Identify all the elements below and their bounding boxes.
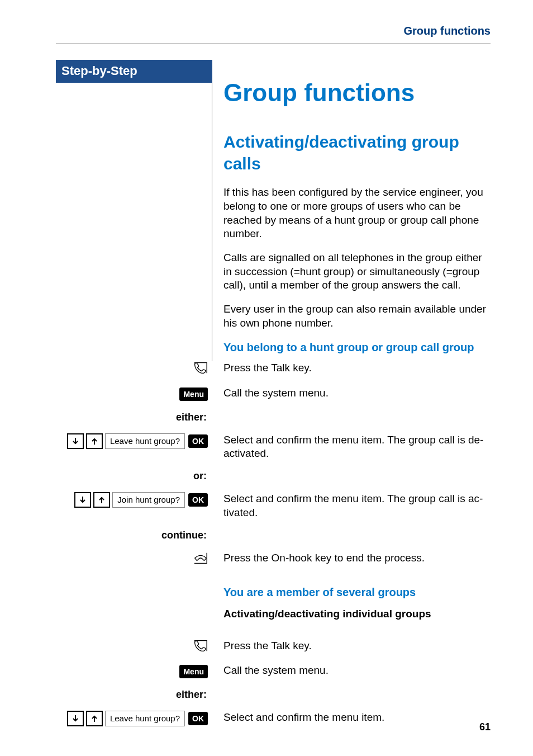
intro-paragraph-1: If this has been configured by the servi… <box>223 186 491 241</box>
scroll-down-icon <box>67 711 84 726</box>
branch-either-label: either: <box>176 411 208 424</box>
step-text: Press the On-hook key to end the process… <box>212 551 491 565</box>
step-text: Select and confirm the menu item. The gr… <box>212 433 491 461</box>
display-option-leave: Leave hunt group? <box>105 711 185 726</box>
step-text: Press the Talk key. <box>212 639 491 653</box>
scroll-down-icon <box>67 433 84 449</box>
subsection-title-1: You belong to a hunt group or group call… <box>223 340 491 355</box>
chapter-title: Group functions <box>223 77 491 108</box>
running-header: Group functions <box>56 23 491 38</box>
talk-key-icon <box>193 361 208 378</box>
subsection-title-2: You are a member of several groups <box>223 585 491 599</box>
step-text: Press the Talk key. <box>212 361 491 375</box>
scroll-up-icon <box>86 433 103 449</box>
menu-key: Menu <box>179 388 208 401</box>
menu-key: Menu <box>179 665 208 678</box>
header-rule <box>56 44 491 44</box>
branch-continue-label: continue: <box>161 529 208 542</box>
display-option-join: Join hunt group? <box>112 492 185 508</box>
scroll-up-icon <box>86 711 103 726</box>
branch-either-label: either: <box>176 688 208 701</box>
ok-key: OK <box>188 712 208 725</box>
step-text: Call the system menu. <box>212 664 491 678</box>
step-text: Select and confirm the menu item. The gr… <box>212 492 491 519</box>
branch-or-label: or: <box>193 470 208 483</box>
step-text: Select and confirm the menu item. <box>212 711 491 725</box>
ok-key: OK <box>188 493 208 507</box>
talk-key-icon <box>193 639 208 656</box>
step-text: Call the system menu. <box>212 386 491 400</box>
step-by-step-banner: Step-by-Step <box>56 60 212 83</box>
intro-paragraph-2: Calls are signalled on all telephones in… <box>223 251 491 292</box>
onhook-key-icon <box>193 551 208 568</box>
scroll-down-icon <box>74 492 91 508</box>
section-title: Activating/deactivating group calls <box>223 131 491 174</box>
page-number: 61 <box>479 721 491 734</box>
display-option-leave: Leave hunt group? <box>105 433 185 449</box>
subsubsection-title: Activating/deactivating individual group… <box>223 607 491 621</box>
ok-key: OK <box>188 434 208 448</box>
intro-paragraph-3: Every user in the group can also remain … <box>223 303 491 330</box>
scroll-up-icon <box>93 492 110 508</box>
